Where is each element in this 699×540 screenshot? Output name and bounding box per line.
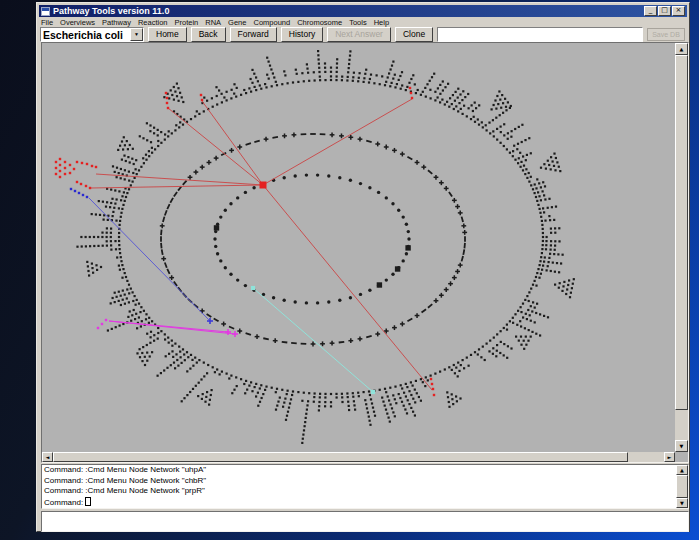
answer-panel: [437, 27, 643, 42]
console-line: Command: :Cmd Menu Node Network "chbR": [42, 476, 688, 487]
console-scrollbar[interactable]: ▲ ▼: [676, 465, 688, 508]
scroll-up-icon[interactable]: ▲: [676, 465, 688, 475]
canvas-horizontal-scrollbar[interactable]: ◄ ►: [42, 452, 675, 462]
next-answer-button: Next Answer: [327, 27, 391, 42]
scroll-up-icon[interactable]: ▲: [675, 43, 688, 55]
chevron-down-icon[interactable]: ▼: [130, 28, 143, 41]
command-console[interactable]: Command: :Cmd Menu Node Network "uhpA" C…: [41, 464, 689, 509]
horizontal-scroll-thumb[interactable]: [53, 452, 628, 462]
title-bar[interactable]: Pathway Tools version 11.0 _ □ ×: [39, 5, 687, 17]
console-line: Command: :Cmd Menu Node Network "uhpA": [42, 465, 688, 476]
command-input[interactable]: [41, 511, 689, 532]
scroll-down-icon[interactable]: ▼: [675, 440, 688, 452]
app-icon: [41, 7, 50, 16]
organism-selector[interactable]: Escherichia coli ▼: [40, 27, 144, 42]
save-db-button: Save DB: [647, 28, 685, 41]
console-scroll-thumb[interactable]: [676, 475, 688, 498]
canvas-vertical-scrollbar[interactable]: ▲ ▼: [675, 43, 688, 452]
console-line: Command: :Cmd Menu Node Network "prpR": [42, 486, 688, 497]
desktop: Pathway Tools version 11.0 _ □ × File Ov…: [0, 0, 699, 540]
clone-button[interactable]: Clone: [395, 27, 433, 42]
minimize-icon[interactable]: _: [644, 6, 657, 16]
window-title: Pathway Tools version 11.0: [53, 6, 169, 16]
organism-selector-value: Escherichia coli: [41, 29, 130, 41]
scroll-left-icon[interactable]: ◄: [42, 452, 53, 462]
regulatory-overview-canvas[interactable]: [42, 43, 675, 452]
scroll-down-icon[interactable]: ▼: [676, 498, 688, 508]
text-cursor: [85, 497, 91, 506]
history-button[interactable]: History: [281, 27, 323, 42]
maximize-icon[interactable]: □: [658, 6, 671, 16]
vertical-scroll-thumb[interactable]: [675, 55, 688, 410]
scroll-right-icon[interactable]: ►: [664, 452, 675, 462]
console-prompt-line: Command:: [42, 497, 688, 509]
menu-bar: File Overviews Pathway Reaction Protein …: [41, 18, 685, 26]
forward-button[interactable]: Forward: [230, 27, 277, 42]
close-icon[interactable]: ×: [672, 6, 685, 16]
app-window: Pathway Tools version 11.0 _ □ × File Ov…: [36, 2, 690, 532]
back-button[interactable]: Back: [191, 27, 226, 42]
overview-canvas-frame: ▲ ▼ ◄ ►: [41, 42, 689, 463]
home-button[interactable]: Home: [148, 27, 187, 42]
toolbar: Escherichia coli ▼ Home Back Forward His…: [40, 26, 686, 43]
